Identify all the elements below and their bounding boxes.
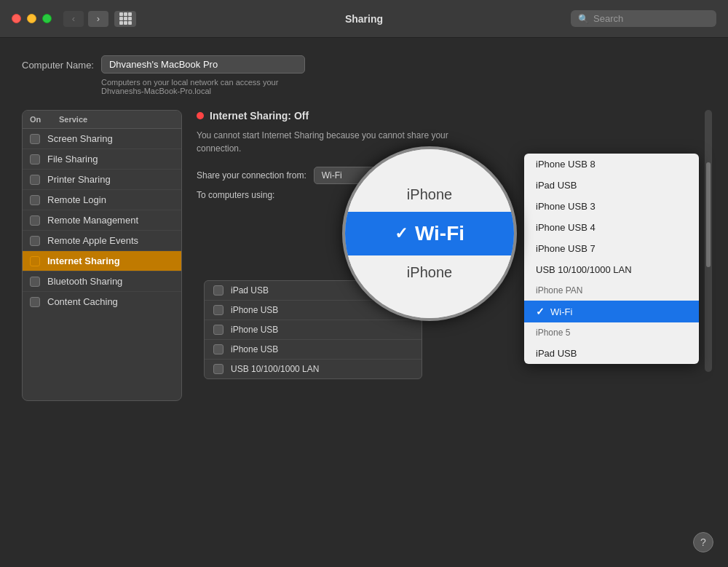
service-item-file-sharing[interactable]: File Sharing [23,149,181,170]
internet-sharing-checkbox[interactable] [30,256,40,266]
dropdown-item-label: iPad USB [536,348,577,359]
service-item-printer-sharing[interactable]: Printer Sharing [23,170,181,190]
cb-iphone-usb-3-checkbox[interactable] [213,344,223,354]
bluetooth-sharing-checkbox[interactable] [30,277,40,287]
service-item-screen-sharing[interactable]: Screen Sharing [23,129,181,149]
cb-iphone-usb-2-label: iPhone USB [231,325,278,335]
help-button[interactable]: ? [693,532,713,552]
lens-selected-item: ✓ Wi-Fi [345,212,514,255]
computer-local-address: Dhvaneshs-MacBook-Pro.local [101,87,706,95]
search-input[interactable] [593,13,709,24]
magnify-lens: iPhone ✓ Wi-Fi iPhone [342,146,517,321]
service-item-remote-login[interactable]: Remote Login [23,190,181,210]
grid-icon [119,12,132,25]
lens-above-label: iPhone [407,186,452,203]
remote-apple-events-checkbox[interactable] [30,236,40,246]
window-title: Sharing [345,13,383,25]
computer-name-input[interactable] [101,55,305,74]
minimize-button[interactable] [27,14,36,23]
content-caching-label: Content Caching [47,296,118,307]
cb-iphone-usb-2-checkbox[interactable] [213,325,223,335]
dropdown-item-label: iPad USB [536,180,577,191]
dropdown-item-label: iPhone USB 3 [536,201,596,212]
printer-sharing-checkbox[interactable] [30,175,40,185]
service-item-content-caching[interactable]: Content Caching [23,292,181,312]
right-panel: Internet Sharing: Off You cannot start I… [197,110,706,401]
close-button[interactable] [12,14,21,23]
title-bar: ‹ › Sharing 🔍 [0,0,728,38]
sharing-header: Internet Sharing: Off [197,110,706,122]
lens-above-item: iPhone [345,181,514,209]
share-from-label: Share your connection from: [197,170,306,181]
screen-sharing-label: Screen Sharing [47,133,113,144]
header-service: Service [59,115,87,124]
scrollbar-thumb[interactable] [706,162,711,267]
lens-selected-label: Wi-Fi [415,222,464,245]
computer-name-right: Computers on your local network can acce… [101,55,706,95]
dropdown-item-iphone-usb-8[interactable]: iPhone USB 8 [524,154,699,175]
sharing-title: Internet Sharing: Off [210,110,309,122]
cb-iphone-usb-1-checkbox[interactable] [213,305,223,315]
computer-name-label: Computer Name: [22,55,94,71]
dropdown-item-usb-lan[interactable]: USB 10/100/1000 LAN [524,259,699,280]
main-content: Computer Name: Computers on your local n… [0,38,728,419]
service-item-internet-sharing[interactable]: Internet Sharing [23,251,181,271]
lens-inner: iPhone ✓ Wi-Fi iPhone [345,149,514,318]
header-on: On [30,115,59,124]
dropdown-item-iphone-usb-3[interactable]: iPhone USB 3 [524,196,699,217]
dropdown-item-iphone-usb-4[interactable]: iPhone USB 4 [524,217,699,238]
cb-iphone-usb-3-label: iPhone USB [231,344,278,354]
service-item-remote-apple-events[interactable]: Remote Apple Events [23,231,181,251]
maximize-button[interactable] [42,14,52,23]
service-list-header: On Service [23,111,181,129]
body-area: On Service Screen Sharing File Sharing P… [22,110,706,401]
dropdown-item-label: iPhone PAN [536,285,582,296]
question-mark-icon: ? [700,536,706,548]
connection-dropdown-menu: iPhone USB 8 iPad USB iPhone USB 3 iPhon… [524,154,699,364]
cb-iphone-usb-1-label: iPhone USB [231,305,278,315]
dropdown-item-label: iPhone USB 4 [536,222,596,233]
remote-apple-events-label: Remote Apple Events [47,235,138,246]
service-list: On Service Screen Sharing File Sharing P… [22,110,182,401]
computer-name-row: Computer Name: Computers on your local n… [22,55,706,95]
cb-item-iphone-usb-2[interactable]: iPhone USB [205,320,422,340]
file-sharing-label: File Sharing [47,154,98,164]
cb-item-usb-lan[interactable]: USB 10/100/1000 LAN [205,360,422,378]
dropdown-item-iphone-pan[interactable]: iPhone PAN [524,280,699,301]
cb-usb-lan-label: USB 10/100/1000 LAN [231,364,319,374]
cb-ipad-usb-checkbox[interactable] [213,285,223,296]
service-item-bluetooth-sharing[interactable]: Bluetooth Sharing [23,271,181,292]
dropdown-item-iphone-5[interactable]: iPhone 5 [524,322,699,343]
screen-sharing-checkbox[interactable] [30,134,40,144]
cb-usb-lan-checkbox[interactable] [213,364,223,374]
forward-button[interactable]: › [88,11,108,27]
dropdown-item-label: USB 10/100/1000 LAN [536,264,632,275]
dropdown-item-label-wifi: Wi-Fi [550,306,572,317]
bluetooth-sharing-label: Bluetooth Sharing [47,276,122,287]
grid-view-button[interactable] [114,11,136,27]
dropdown-item-wifi[interactable]: ✓ Wi-Fi [524,301,699,322]
computer-name-desc: Computers on your local network can acce… [101,78,706,87]
file-sharing-checkbox[interactable] [30,154,40,164]
service-item-remote-management[interactable]: Remote Management [23,210,181,231]
checkmark-icon: ✓ [536,306,545,317]
share-from-value: Wi-Fi [322,170,342,181]
nav-buttons: ‹ › [63,11,108,27]
internet-sharing-label: Internet Sharing [47,255,120,266]
back-button[interactable]: ‹ [63,11,84,27]
lens-below-item: iPhone [345,258,514,287]
to-computers-label: To computers using: [197,190,274,200]
lens-below-label: iPhone [407,264,452,281]
remote-login-checkbox[interactable] [30,195,40,205]
remote-management-checkbox[interactable] [30,215,40,226]
dropdown-item-iphone-usb-7[interactable]: iPhone USB 7 [524,238,699,259]
lens-checkmark-icon: ✓ [395,224,408,243]
dropdown-item-ipad-usb-2[interactable]: iPad USB [524,343,699,364]
search-box[interactable]: 🔍 [571,10,716,27]
scrollbar-track [705,110,712,372]
content-caching-checkbox[interactable] [30,297,40,307]
dropdown-item-label: iPhone 5 [536,328,570,338]
printer-sharing-label: Printer Sharing [47,174,111,185]
cb-item-iphone-usb-3[interactable]: iPhone USB [205,340,422,360]
dropdown-item-ipad-usb[interactable]: iPad USB [524,175,699,196]
